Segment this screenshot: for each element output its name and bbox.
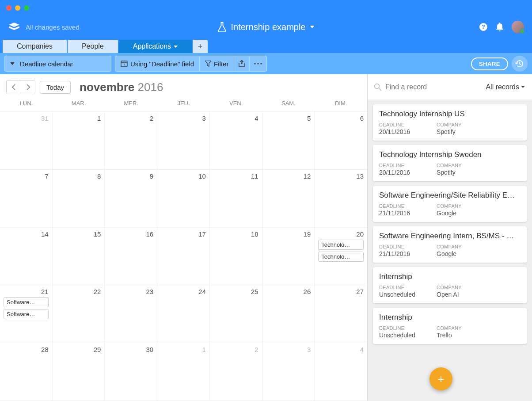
base-title-dropdown[interactable]: Internship example: [218, 22, 315, 32]
record-card[interactable]: Software Engineering/Site Reliability E……: [373, 186, 527, 222]
field-label-company: COMPANY: [437, 122, 481, 127]
filter-button[interactable]: Filter: [200, 56, 234, 71]
field-value-deadline: 20/11/2016: [379, 169, 423, 176]
calendar-cell[interactable]: 2: [105, 112, 157, 169]
plus-icon: +: [437, 372, 444, 386]
calendar-cell[interactable]: 16: [105, 228, 157, 285]
calendar-cell[interactable]: 6: [315, 112, 367, 169]
record-card[interactable]: Technology Internship USDEADLINE20/11/20…: [373, 104, 527, 141]
calendar-cell[interactable]: 21Software…Software…: [0, 285, 53, 343]
weekday-header: JEU.: [157, 100, 210, 111]
cell-date: 1: [161, 346, 206, 353]
calendar-event[interactable]: Software…: [4, 309, 49, 319]
calendar-cell[interactable]: 22: [53, 285, 105, 343]
window-minimize-dot[interactable]: [15, 5, 20, 11]
calendar-cell[interactable]: 15: [53, 228, 105, 285]
search-icon: [374, 83, 382, 91]
calendar-cell[interactable]: 27: [315, 285, 367, 343]
calendar-cell[interactable]: 31: [0, 112, 53, 169]
calendar-cell[interactable]: 11: [210, 170, 262, 227]
window-close-dot[interactable]: [6, 5, 11, 11]
tab-applications[interactable]: Applications: [119, 40, 192, 53]
calendar-cell[interactable]: 26: [262, 285, 315, 343]
svg-text:?: ?: [482, 23, 485, 30]
cell-date: 24: [161, 288, 206, 295]
search-input[interactable]: [385, 83, 479, 91]
help-icon[interactable]: ?: [479, 23, 488, 31]
calendar-event[interactable]: Software…: [4, 297, 49, 307]
app-logo-icon[interactable]: [9, 23, 19, 31]
history-icon: [515, 59, 524, 68]
today-button[interactable]: Today: [40, 81, 71, 94]
weekday-header: SAM.: [262, 100, 315, 111]
calendar-cell[interactable]: 4: [210, 112, 262, 169]
view-switcher[interactable]: Deadline calendar: [5, 56, 111, 71]
calendar-cell[interactable]: 14: [0, 228, 53, 285]
cell-date: 1: [56, 115, 101, 122]
calendar-cell[interactable]: 10: [157, 170, 210, 227]
add-record-fab[interactable]: +: [429, 367, 452, 390]
svg-line-9: [379, 88, 381, 91]
table-tabs: Companies People Applications +: [0, 38, 532, 53]
next-month-button[interactable]: [21, 80, 35, 94]
calendar-cell[interactable]: 25: [210, 285, 262, 343]
field-value-deadline: 21/11/2016: [379, 210, 423, 217]
cell-date: 31: [4, 115, 49, 122]
calendar-event[interactable]: Technolo…: [318, 240, 364, 250]
window-maximize-dot[interactable]: [24, 5, 29, 11]
calendar-cell[interactable]: 20Technolo…Technolo…: [315, 228, 367, 285]
notifications-icon[interactable]: [496, 23, 504, 31]
calendar-cell[interactable]: 23: [105, 285, 157, 343]
calendar-pane: Today novembre 2016 LUN.MAR.MER.JEU.VEN.…: [0, 74, 368, 401]
prev-month-button[interactable]: [7, 80, 21, 94]
calendar-cell[interactable]: 3: [157, 112, 210, 169]
calendar-cell[interactable]: 29: [53, 343, 105, 401]
calendar-cell[interactable]: 7: [0, 170, 53, 227]
cell-date: 17: [161, 230, 206, 238]
records-filter-dropdown[interactable]: All records: [479, 83, 532, 91]
field-label-deadline: DEADLINE: [379, 122, 423, 127]
field-label-company: COMPANY: [437, 325, 481, 331]
calendar-cell[interactable]: 13: [315, 170, 367, 227]
tab-people[interactable]: People: [68, 40, 118, 53]
calendar-cell[interactable]: 17: [157, 228, 210, 285]
calendar-cell[interactable]: 24: [157, 285, 210, 343]
calendar-cell[interactable]: 1: [157, 343, 210, 401]
calendar-cell[interactable]: 28: [0, 343, 53, 401]
cell-date: 20: [318, 230, 364, 238]
cell-date: 21: [4, 288, 49, 295]
tab-companies[interactable]: Companies: [3, 40, 67, 53]
cell-date: 3: [161, 115, 206, 122]
record-card[interactable]: Technology Internship SwedenDEADLINE20/1…: [373, 145, 527, 181]
window-chrome: [0, 0, 532, 16]
add-table-button[interactable]: +: [193, 40, 208, 53]
more-button[interactable]: [250, 56, 266, 71]
calendar-cell[interactable]: 18: [210, 228, 262, 285]
calendar-cell[interactable]: 12: [262, 170, 315, 227]
calendar-cell[interactable]: 9: [105, 170, 157, 227]
calendar-cell[interactable]: 19: [262, 228, 315, 285]
field-value-company: Trello: [437, 332, 481, 339]
share-button[interactable]: SHARE: [471, 57, 508, 70]
flask-icon: [218, 22, 227, 32]
calendar-event[interactable]: Technolo…: [318, 252, 364, 262]
calendar-cell[interactable]: 1: [53, 112, 105, 169]
user-avatar[interactable]: [512, 21, 524, 33]
calendar-cell[interactable]: 5: [262, 112, 315, 169]
svg-text:7: 7: [123, 63, 125, 66]
calendar-cell[interactable]: 30: [105, 343, 157, 401]
svg-point-5: [255, 63, 256, 64]
date-field-config[interactable]: 7 Using "Deadline" field: [115, 56, 200, 71]
record-card[interactable]: Software Engineering Intern, BS/MS - …DE…: [373, 226, 527, 263]
cell-date: 10: [161, 172, 206, 180]
calendar-cell[interactable]: 4: [315, 343, 367, 401]
record-card[interactable]: InternshipDEADLINEUnscheduledCOMPANYTrel…: [373, 308, 527, 344]
cell-date: 16: [108, 230, 153, 238]
calendar-cell[interactable]: 8: [53, 170, 105, 227]
calendar-cell[interactable]: 3: [262, 343, 315, 401]
export-button[interactable]: [234, 56, 250, 71]
history-button[interactable]: [512, 56, 528, 72]
record-card[interactable]: InternshipDEADLINEUnscheduledCOMPANYOpen…: [373, 267, 527, 303]
field-value-company: Spotify: [437, 169, 481, 176]
calendar-cell[interactable]: 2: [210, 343, 262, 401]
